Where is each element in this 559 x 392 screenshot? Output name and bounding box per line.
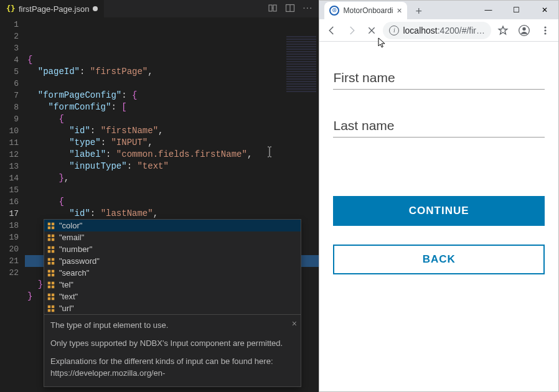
page-content: First name Last name CONTINUE BACK	[319, 42, 558, 391]
doc-close-icon[interactable]: ×	[292, 317, 297, 330]
svg-rect-6	[52, 226, 54, 228]
svg-rect-34	[52, 309, 54, 311]
svg-rect-12	[52, 246, 54, 248]
autocomplete-doc: × The type of input element to use. Only…	[44, 314, 301, 386]
doc-line: The type of input element to use.	[50, 320, 294, 332]
svg-rect-28	[52, 293, 54, 296]
doc-line: Only types supported by NDBX's Input com…	[50, 338, 294, 350]
svg-rect-13	[48, 250, 50, 252]
svg-rect-19	[48, 269, 50, 272]
more-actions-icon[interactable]: ···	[303, 3, 312, 15]
autocomplete-item[interactable]: "url"	[44, 302, 301, 314]
window-maximize-button[interactable]: ☐	[502, 1, 530, 19]
first-name-field[interactable]: First name	[333, 70, 545, 90]
address-bar: i localhost:4200/#/fir…	[319, 19, 558, 42]
svg-rect-11	[48, 246, 50, 248]
browser-tab-title: MotorOnboardi	[343, 6, 393, 15]
nav-forward-icon	[343, 22, 360, 39]
svg-rect-29	[48, 297, 50, 299]
svg-rect-5	[48, 226, 50, 228]
window-minimize-button[interactable]: —	[474, 1, 502, 19]
svg-rect-14	[52, 250, 54, 252]
text-cursor-icon	[225, 134, 226, 144]
editor-tab-bar: {} firstPage-Page.json ···	[0, 0, 319, 17]
tab-close-icon[interactable]: ×	[397, 6, 402, 16]
svg-rect-27	[48, 293, 50, 296]
svg-rect-16	[52, 258, 54, 260]
svg-rect-7	[48, 234, 50, 236]
nav-back-icon[interactable]	[323, 22, 341, 39]
svg-point-39	[544, 32, 546, 34]
last-name-label: Last name	[333, 118, 545, 138]
doc-line: Explanations for the different kinds of …	[50, 356, 294, 380]
compare-changes-icon[interactable]	[268, 3, 278, 15]
continue-button[interactable]: CONTINUE	[333, 196, 545, 226]
new-tab-button[interactable]: +	[411, 3, 427, 19]
url-text: localhost:4200/#/fir…	[403, 26, 485, 35]
svg-rect-33	[48, 309, 50, 311]
svg-rect-23	[48, 281, 50, 284]
svg-rect-15	[48, 258, 50, 260]
autocomplete-item[interactable]: "password"	[44, 255, 301, 267]
nav-stop-reload-icon[interactable]	[363, 22, 380, 39]
url-input[interactable]: i localhost:4200/#/fir…	[383, 22, 491, 39]
editor-filename: firstPage-Page.json	[19, 4, 89, 14]
svg-rect-9	[48, 238, 50, 240]
bookmark-star-icon[interactable]	[494, 21, 512, 40]
dirty-indicator-icon	[93, 6, 98, 11]
autocomplete-item[interactable]: "text"	[44, 291, 301, 302]
last-name-field[interactable]: Last name	[333, 118, 545, 138]
browser-titlebar: ⦾ MotorOnboardi × + — ☐ ✕	[319, 1, 558, 19]
svg-point-37	[544, 26, 546, 28]
window-controls: — ☐ ✕	[474, 1, 558, 19]
autocomplete-item[interactable]: "tel"	[44, 279, 301, 291]
svg-rect-32	[52, 305, 54, 307]
browser-tab[interactable]: ⦾ MotorOnboardi ×	[324, 2, 406, 19]
editor-file-tab[interactable]: {} firstPage-Page.json	[0, 0, 104, 17]
autocomplete-item[interactable]: "email"	[44, 231, 301, 243]
svg-rect-26	[52, 285, 54, 287]
svg-point-38	[544, 29, 546, 31]
svg-point-36	[522, 27, 525, 30]
chrome-menu-icon[interactable]	[536, 21, 555, 40]
svg-rect-10	[52, 238, 54, 240]
autocomplete-item[interactable]: "color"	[44, 220, 301, 231]
svg-rect-8	[52, 234, 54, 236]
svg-rect-30	[52, 297, 54, 299]
svg-rect-4	[52, 222, 54, 225]
json-file-icon: {}	[6, 4, 15, 13]
svg-rect-17	[48, 261, 50, 264]
svg-rect-25	[48, 285, 50, 287]
window-close-button[interactable]: ✕	[530, 1, 558, 19]
minimap[interactable]	[286, 36, 316, 92]
svg-rect-3	[48, 222, 50, 225]
svg-rect-24	[52, 281, 54, 284]
svg-rect-21	[48, 273, 50, 276]
site-info-icon[interactable]: i	[389, 26, 399, 35]
line-number-gutter: 12345678910111213141516171819202122	[0, 17, 27, 392]
vscode-editor: {} firstPage-Page.json ··· 1234567891011…	[0, 0, 319, 392]
svg-rect-18	[52, 261, 54, 264]
split-editor-icon[interactable]	[285, 3, 295, 15]
svg-rect-22	[52, 273, 54, 276]
first-name-label: First name	[333, 70, 545, 90]
autocomplete-popup: "color""email""number""password""search"…	[44, 219, 301, 387]
chrome-browser: ⦾ MotorOnboardi × + — ☐ ✕ i localhost:42…	[319, 0, 559, 392]
profile-avatar-icon[interactable]	[515, 21, 533, 40]
editor-tab-actions: ···	[268, 3, 319, 15]
back-button[interactable]: BACK	[333, 245, 545, 274]
svg-rect-31	[48, 305, 50, 307]
site-favicon-icon: ⦾	[329, 6, 339, 16]
autocomplete-item[interactable]: "number"	[44, 243, 301, 255]
svg-rect-0	[269, 5, 272, 11]
svg-rect-1	[273, 5, 276, 11]
svg-rect-20	[52, 269, 54, 272]
autocomplete-item[interactable]: "search"	[44, 267, 301, 279]
